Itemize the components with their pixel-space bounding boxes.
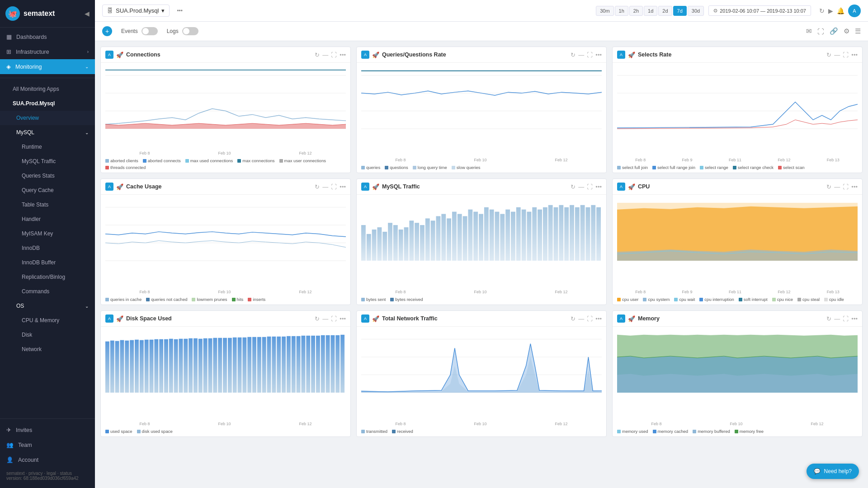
expand-chart-icon[interactable]: ⛶	[331, 315, 337, 322]
refresh-chart-icon[interactable]: ↻	[315, 183, 320, 190]
more-chart-icon[interactable]: •••	[851, 183, 858, 190]
sidebar-item-commands[interactable]: Commands	[0, 284, 95, 299]
minimize-chart-icon[interactable]: —	[322, 315, 328, 322]
add-button[interactable]: +	[102, 26, 112, 36]
minimize-chart-icon[interactable]: —	[578, 315, 584, 322]
user-avatar[interactable]: A	[848, 5, 861, 17]
more-chart-icon[interactable]: •••	[595, 52, 602, 58]
expand-chart-icon[interactable]: ⛶	[843, 183, 849, 190]
time-btn-30m[interactable]: 30m	[596, 6, 613, 16]
chart-header: A 🚀 Selects Rate ↻ — ⛶ •••	[613, 47, 862, 63]
refresh-chart-icon[interactable]: ↻	[826, 315, 831, 322]
play-icon[interactable]: ▶	[828, 7, 833, 14]
minimize-chart-icon[interactable]: —	[834, 183, 840, 190]
time-btn-2h[interactable]: 2h	[629, 6, 643, 16]
sidebar-item-account[interactable]: 👤 Account	[0, 452, 95, 467]
sidebar-item-handler[interactable]: Handler	[0, 212, 95, 226]
expand-chart-icon[interactable]: ⛶	[587, 52, 593, 58]
refresh-chart-icon[interactable]: ↻	[315, 315, 320, 322]
refresh-chart-icon[interactable]: ↻	[571, 315, 576, 322]
time-btn-1d[interactable]: 1d	[644, 6, 657, 16]
sidebar-item-table-stats[interactable]: Table Stats	[0, 197, 95, 212]
more-chart-icon[interactable]: •••	[340, 52, 346, 58]
sidebar-item-team[interactable]: 👥 Team	[0, 437, 95, 452]
expand-chart-icon[interactable]: ⛶	[587, 183, 593, 190]
refresh-icon[interactable]: ↻	[819, 7, 825, 14]
more-chart-icon[interactable]: •••	[595, 315, 602, 322]
need-help-button[interactable]: 💬 Need help?	[807, 464, 859, 479]
sidebar-item-runtime[interactable]: Runtime	[0, 140, 95, 154]
logo-icon: 🐙	[5, 6, 20, 21]
minimize-chart-icon[interactable]: —	[322, 183, 328, 190]
sidebar-collapse-button[interactable]: ◀	[85, 10, 90, 17]
link-icon[interactable]: 🔗	[830, 27, 838, 35]
refresh-chart-icon[interactable]: ↻	[826, 52, 831, 58]
legend-item: soft interrupt	[739, 297, 768, 302]
logs-toggle[interactable]	[182, 27, 198, 35]
minimize-chart-icon[interactable]: —	[578, 183, 584, 190]
date-range-selector[interactable]: ⊙ 2019-02-06 10:07 — 2019-02-13 10:07	[708, 5, 811, 16]
svg-rect-92	[238, 338, 242, 393]
svg-rect-75	[154, 339, 158, 393]
sidebar-item-dashboards[interactable]: ▦ Dashboards	[0, 29, 95, 44]
more-chart-icon[interactable]: •••	[595, 183, 602, 190]
app-selector[interactable]: 🗄 SUA.Prod.Mysql ▾	[102, 5, 170, 17]
refresh-chart-icon[interactable]: ↻	[571, 183, 576, 190]
sidebar-item-label: Monitoring	[15, 64, 42, 70]
menu-icon[interactable]: ☰	[855, 27, 861, 35]
mail-icon[interactable]: ✉	[806, 27, 812, 35]
bell-icon[interactable]: 🔔	[837, 7, 844, 14]
fullscreen-icon[interactable]: ⛶	[817, 28, 824, 35]
sidebar-item-sua-prod[interactable]: SUA.Prod.Mysql	[0, 96, 95, 111]
more-chart-icon[interactable]: •••	[340, 315, 346, 322]
more-chart-icon[interactable]: •••	[340, 183, 346, 190]
sidebar-item-cpu-memory[interactable]: CPU & Memory	[0, 313, 95, 328]
minimize-chart-icon[interactable]: —	[578, 52, 584, 58]
more-chart-icon[interactable]: •••	[851, 315, 858, 322]
expand-chart-icon[interactable]: ⛶	[843, 52, 849, 58]
refresh-chart-icon[interactable]: ↻	[826, 183, 831, 190]
time-btn-2d[interactable]: 2d	[658, 6, 672, 16]
sidebar-item-network[interactable]: Network	[0, 342, 95, 357]
gear-icon[interactable]: ⚙	[844, 27, 849, 35]
chart-title: Cache Usage	[126, 183, 162, 190]
sidebar-item-os[interactable]: OS ⌄	[0, 299, 95, 313]
sidebar-item-overview[interactable]: Overview	[0, 111, 95, 125]
sidebar-item-query-cache[interactable]: Query Cache	[0, 183, 95, 197]
sidebar-item-disk[interactable]: Disk	[0, 328, 95, 342]
chart-svg	[617, 66, 858, 138]
sidebar-item-infrastructure[interactable]: ⊞ Infrastructure ›	[0, 44, 95, 59]
sidebar-item-innodb[interactable]: InnoDB	[0, 241, 95, 255]
minimize-chart-icon[interactable]: —	[322, 52, 328, 58]
chart-title-icon: 🚀	[628, 52, 635, 58]
minimize-chart-icon[interactable]: —	[834, 315, 840, 322]
time-btn-7d[interactable]: 7d	[673, 6, 687, 16]
expand-chart-icon[interactable]: ⛶	[843, 315, 849, 322]
sidebar-item-mysql-traffic[interactable]: MySQL Traffic	[0, 154, 95, 169]
more-chart-icon[interactable]: •••	[851, 52, 858, 58]
expand-chart-icon[interactable]: ⛶	[331, 183, 337, 190]
chart-title: MySQL Traffic	[382, 183, 420, 190]
sidebar-item-invites[interactable]: ✈ Invites	[0, 422, 95, 437]
chart-header: A 🚀 Queries/Questions Rate ↻ — ⛶ •••	[357, 47, 606, 63]
topbar-more-button[interactable]: •••	[177, 8, 183, 14]
sidebar-item-mysql[interactable]: MySQL ⌄	[0, 125, 95, 140]
minimize-chart-icon[interactable]: —	[834, 52, 840, 58]
sidebar-item-replication[interactable]: Replication/Binlog	[0, 270, 95, 284]
events-toggle[interactable]	[142, 27, 158, 35]
expand-chart-icon[interactable]: ⛶	[587, 315, 593, 322]
refresh-chart-icon[interactable]: ↻	[571, 52, 576, 58]
sidebar-item-innodb-buffer[interactable]: InnoDB Buffer	[0, 255, 95, 270]
time-btn-30d[interactable]: 30d	[688, 6, 704, 16]
legend-dot	[413, 166, 416, 169]
sidebar-item-myisam-key[interactable]: MyISAM Key	[0, 226, 95, 241]
dashboard-grid: A 🚀 Connections ↻ — ⛶ •••	[95, 41, 868, 488]
legend-item: select range	[700, 165, 728, 170]
sidebar-item-all-monitoring[interactable]: All Monitoring Apps	[0, 82, 95, 96]
svg-rect-59	[586, 207, 590, 261]
refresh-chart-icon[interactable]: ↻	[315, 52, 320, 58]
sidebar-item-queries-stats[interactable]: Queries Stats	[0, 169, 95, 183]
sidebar-item-monitoring[interactable]: ◈ Monitoring ⌄	[0, 59, 95, 74]
expand-chart-icon[interactable]: ⛶	[331, 52, 337, 58]
time-btn-1h[interactable]: 1h	[615, 6, 628, 16]
